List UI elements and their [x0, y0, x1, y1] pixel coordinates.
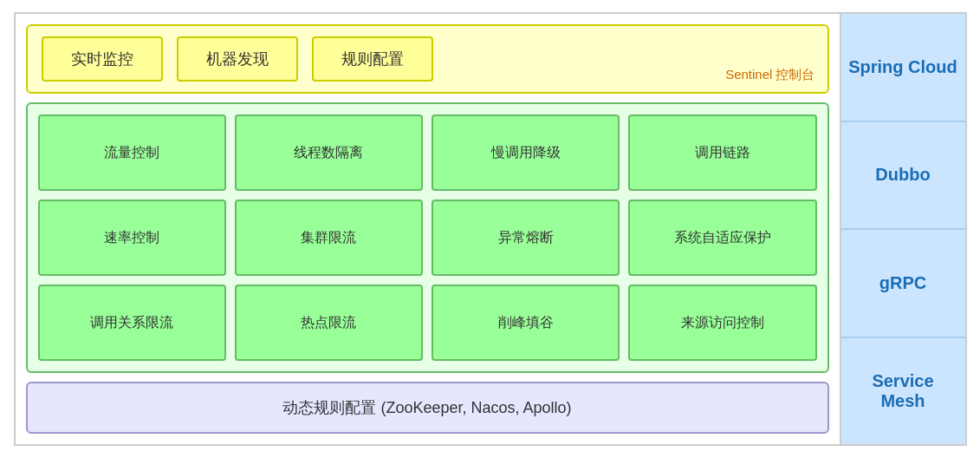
sentinel-item: 机器发现	[177, 36, 298, 82]
sentinel-box: 实时监控机器发现规则配置 Sentinel 控制台	[26, 24, 829, 94]
main-container: 实时监控机器发现规则配置 Sentinel 控制台 流量控制线程数隔离慢调用降级…	[14, 12, 967, 446]
feature-item: 流量控制	[38, 114, 226, 191]
features-grid: 流量控制线程数隔离慢调用降级调用链路速率控制集群限流异常熔断系统自适应保护调用关…	[26, 102, 829, 373]
feature-item: 系统自适应保护	[628, 200, 816, 276]
feature-item: 集群限流	[235, 200, 423, 276]
feature-item: 热点限流	[235, 285, 423, 361]
dynamic-rule-box: 动态规则配置 (ZooKeeper, Nacos, Apollo)	[26, 382, 829, 434]
feature-item: 慢调用降级	[432, 114, 620, 191]
feature-item: 调用关系限流	[38, 285, 226, 361]
right-panel: Spring CloudDubbogRPCService Mesh	[840, 14, 965, 444]
right-panel-item: gRPC	[841, 230, 965, 338]
sentinel-item: 实时监控	[42, 36, 163, 82]
dynamic-rule-label: 动态规则配置 (ZooKeeper, Nacos, Apollo)	[282, 397, 571, 418]
feature-item: 线程数隔离	[235, 114, 423, 191]
feature-item: 来源访问控制	[628, 285, 816, 361]
sentinel-items: 实时监控机器发现规则配置	[42, 36, 814, 82]
left-panel: 实时监控机器发现规则配置 Sentinel 控制台 流量控制线程数隔离慢调用降级…	[16, 14, 840, 444]
sentinel-label: Sentinel 控制台	[725, 67, 815, 83]
feature-item: 调用链路	[628, 114, 816, 191]
right-panel-item: Spring Cloud	[841, 14, 965, 122]
feature-item: 速率控制	[38, 200, 226, 276]
feature-item: 异常熔断	[432, 200, 620, 276]
sentinel-item: 规则配置	[312, 36, 433, 82]
right-panel-item: Service Mesh	[841, 338, 965, 445]
feature-item: 削峰填谷	[432, 285, 620, 361]
right-panel-item: Dubbo	[841, 122, 965, 231]
